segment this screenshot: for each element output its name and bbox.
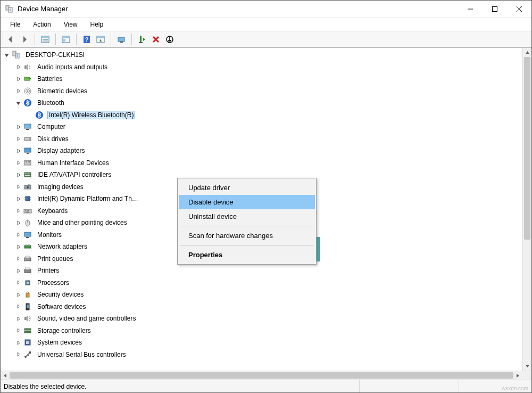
expand-toggle[interactable] bbox=[14, 327, 22, 334]
svg-rect-47 bbox=[25, 175, 30, 176]
category-label: Software devices bbox=[36, 302, 87, 311]
svg-rect-42 bbox=[24, 160, 31, 165]
expand-toggle[interactable] bbox=[3, 51, 10, 59]
expand-toggle[interactable] bbox=[14, 219, 22, 226]
minimize-button[interactable] bbox=[458, 1, 483, 17]
expand-toggle[interactable] bbox=[14, 135, 22, 143]
properties-button[interactable] bbox=[59, 33, 73, 46]
expand-toggle[interactable] bbox=[14, 243, 22, 250]
menu-view[interactable]: View bbox=[59, 19, 83, 30]
uninstall-device-button[interactable] bbox=[149, 33, 163, 46]
tree-category[interactable]: Batteries bbox=[1, 73, 522, 85]
svg-rect-43 bbox=[26, 161, 27, 162]
show-hide-tree-button[interactable] bbox=[38, 33, 52, 46]
category-label: Mice and other pointing devices bbox=[36, 218, 129, 227]
svg-rect-77 bbox=[27, 305, 29, 308]
category-label: IDE ATA/ATAPI controllers bbox=[36, 170, 113, 179]
bluetooth-icon bbox=[23, 99, 32, 107]
maximize-button[interactable] bbox=[483, 1, 507, 17]
context-menu-item[interactable]: Scan for hardware changes bbox=[179, 228, 315, 243]
hscroll-thumb[interactable] bbox=[10, 372, 513, 379]
scan-hardware-button[interactable] bbox=[94, 33, 107, 46]
tree-category[interactable]: Security devices bbox=[1, 289, 522, 301]
scroll-down-button[interactable] bbox=[523, 362, 531, 371]
svg-rect-28 bbox=[24, 66, 26, 69]
expand-toggle[interactable] bbox=[14, 231, 22, 239]
expand-toggle[interactable] bbox=[14, 255, 22, 263]
expand-toggle[interactable] bbox=[14, 279, 22, 286]
context-menu: Update driverDisable deviceUninstall dev… bbox=[177, 178, 317, 265]
scroll-right-button[interactable] bbox=[513, 371, 522, 380]
help-button[interactable]: ? bbox=[80, 33, 94, 46]
svg-rect-79 bbox=[24, 329, 31, 330]
tree-category[interactable]: Human Interface Devices bbox=[1, 157, 522, 169]
category-label: Computer bbox=[36, 122, 67, 131]
svg-rect-80 bbox=[24, 331, 31, 333]
svg-rect-60 bbox=[26, 211, 29, 212]
tree-category[interactable]: Disk drives bbox=[1, 133, 522, 145]
back-button[interactable] bbox=[4, 33, 18, 46]
svg-rect-82 bbox=[26, 341, 29, 344]
ide-icon bbox=[23, 170, 32, 179]
expand-toggle[interactable] bbox=[14, 171, 22, 178]
menu-file[interactable]: File bbox=[5, 19, 26, 30]
close-button[interactable] bbox=[507, 1, 531, 17]
tree-category[interactable]: Sound, video and game controllers bbox=[1, 313, 522, 325]
tree-category[interactable]: Processors bbox=[1, 277, 522, 289]
expand-toggle[interactable] bbox=[14, 315, 22, 322]
expand-toggle[interactable] bbox=[14, 291, 22, 298]
tree-category[interactable]: Display adapters bbox=[1, 145, 522, 157]
horizontal-scrollbar[interactable] bbox=[1, 371, 522, 380]
menu-help[interactable]: Help bbox=[85, 19, 109, 30]
tree-category[interactable]: Biometric devices bbox=[1, 85, 522, 97]
mouse-icon bbox=[23, 218, 32, 227]
tree-category[interactable]: Computer bbox=[1, 121, 522, 133]
enable-device-button[interactable] bbox=[135, 33, 149, 46]
expand-toggle[interactable] bbox=[14, 303, 22, 310]
system-icon bbox=[23, 338, 32, 347]
svg-rect-66 bbox=[26, 244, 27, 245]
tree-category[interactable]: Audio inputs and outputs bbox=[1, 61, 522, 73]
menu-action[interactable]: Action bbox=[28, 19, 56, 30]
expand-toggle[interactable] bbox=[14, 183, 22, 191]
expand-toggle[interactable] bbox=[14, 207, 22, 215]
tree-category[interactable]: Storage controllers bbox=[1, 325, 522, 337]
computer-icon bbox=[11, 51, 21, 59]
category-label: Monitors bbox=[36, 231, 63, 239]
disable-device-button[interactable] bbox=[163, 33, 177, 46]
context-menu-item[interactable]: Disable device bbox=[179, 195, 315, 209]
expand-toggle[interactable] bbox=[14, 75, 22, 83]
scroll-left-button[interactable] bbox=[1, 371, 10, 380]
expand-toggle[interactable] bbox=[14, 123, 22, 130]
expand-toggle[interactable] bbox=[14, 195, 22, 202]
expand-toggle[interactable] bbox=[14, 339, 22, 346]
context-menu-item[interactable]: Uninstall device bbox=[179, 209, 315, 224]
category-label: Display adapters bbox=[36, 146, 86, 155]
tree-device[interactable]: Intel(R) Wireless Bluetooth(R) bbox=[1, 109, 522, 121]
svg-rect-30 bbox=[30, 78, 31, 79]
svg-rect-65 bbox=[24, 245, 31, 248]
expand-toggle[interactable] bbox=[14, 351, 22, 358]
expand-toggle[interactable] bbox=[14, 63, 22, 71]
tree-category[interactable]: Printers bbox=[1, 265, 522, 277]
tree-root[interactable]: DESKTOP-CLKH1SI bbox=[1, 49, 522, 61]
forward-button[interactable] bbox=[18, 33, 31, 46]
expand-toggle[interactable] bbox=[14, 87, 22, 95]
tree-category[interactable]: Software devices bbox=[1, 301, 522, 313]
context-menu-item[interactable]: Update driver bbox=[179, 181, 315, 195]
tree-category[interactable]: Universal Serial Bus controllers bbox=[1, 349, 522, 361]
vertical-scrollbar[interactable] bbox=[522, 48, 531, 371]
svg-rect-51 bbox=[26, 196, 30, 201]
expand-toggle[interactable] bbox=[14, 147, 22, 154]
speaker-icon bbox=[23, 63, 32, 71]
context-menu-item[interactable]: Properties bbox=[179, 248, 315, 262]
tree-category[interactable]: Bluetooth bbox=[1, 97, 522, 109]
expand-toggle[interactable] bbox=[14, 159, 22, 167]
expand-toggle[interactable] bbox=[14, 267, 22, 274]
update-driver-button[interactable] bbox=[114, 33, 128, 46]
window-title: Device Manager bbox=[18, 5, 458, 13]
scroll-up-button[interactable] bbox=[523, 48, 531, 57]
expand-toggle[interactable] bbox=[14, 99, 22, 107]
tree-category[interactable]: System devices bbox=[1, 337, 522, 349]
scroll-thumb[interactable] bbox=[524, 57, 530, 240]
